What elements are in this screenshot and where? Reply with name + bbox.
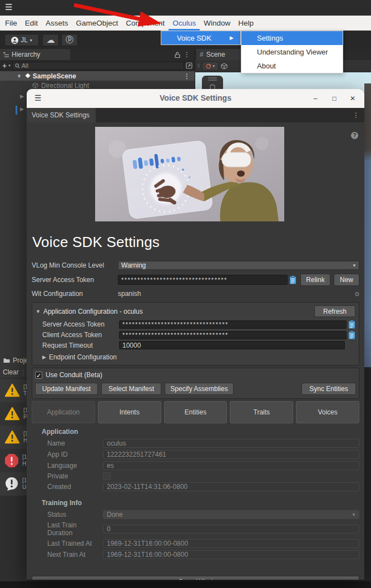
sync-entities-button[interactable]: Sync Entities xyxy=(301,383,356,395)
box-server-token-row: Server Access Token ********************… xyxy=(36,320,355,329)
box-server-token-input[interactable]: ********************************* xyxy=(119,320,347,329)
open-wit-button[interactable]: Open Wit.ai xyxy=(32,576,359,580)
scene-cube-icon[interactable] xyxy=(221,63,227,70)
tab-hierarchy-label: Hierarchy xyxy=(12,51,40,58)
token-mask: ********************************* xyxy=(121,276,227,283)
select-manifest-button[interactable]: Select Manifest xyxy=(101,383,161,395)
foldout-closed-icon[interactable]: ▶ xyxy=(20,106,24,112)
refresh-button[interactable]: Refresh xyxy=(314,305,355,317)
vlog-label: VLog Min Console Level xyxy=(32,261,118,269)
warning-icon xyxy=(4,383,20,398)
copy-clipboard-icon[interactable] xyxy=(348,330,355,339)
wit-config-value[interactable]: spanish xyxy=(118,290,355,298)
foldout-open-icon[interactable]: ▼ xyxy=(36,309,41,314)
menu-item-label: Settings xyxy=(257,34,283,42)
menu-oculus[interactable]: Oculus xyxy=(169,16,200,31)
tab-traits[interactable]: Traits xyxy=(230,401,293,423)
menu-edit[interactable]: Edit xyxy=(21,16,42,31)
app-menu-icon[interactable]: ☰ xyxy=(5,2,12,12)
tab-scene[interactable]: # Scene xyxy=(196,49,241,60)
minimize-button[interactable]: – xyxy=(311,94,320,103)
search-value: All xyxy=(22,62,28,69)
plastic-scm-icon: ⓟ xyxy=(66,35,73,45)
app-config-header[interactable]: ▼ Application Configuration - oculus Ref… xyxy=(36,305,355,317)
created-label: Created xyxy=(32,483,103,491)
palette-grip[interactable] xyxy=(208,77,217,78)
create-dropdown-icon[interactable]: ▾ xyxy=(8,63,11,68)
copy-clipboard-icon[interactable] xyxy=(348,320,355,329)
conduit-box: ✓ Use Conduit (Beta) Update Manifest Sel… xyxy=(32,368,359,399)
new-button[interactable]: New xyxy=(334,274,359,286)
status-row: Status Done ▼ xyxy=(32,510,359,519)
warning-icon xyxy=(4,430,20,444)
folder-icon xyxy=(3,358,10,363)
scene-kebab-icon[interactable]: ⋮ xyxy=(184,72,190,80)
vlog-level-select[interactable]: Warning ▼ xyxy=(118,261,359,270)
menu-component[interactable]: Component xyxy=(122,16,169,31)
object-picker-icon[interactable]: ⊙ xyxy=(355,291,359,297)
update-manifest-button[interactable]: Update Manifest xyxy=(35,383,98,395)
menu-window[interactable]: Window xyxy=(200,16,234,31)
name-row: Name oculus xyxy=(32,439,359,448)
menu-item-settings[interactable]: Settings xyxy=(241,31,343,45)
copy-clipboard-icon[interactable] xyxy=(289,275,296,284)
create-button[interactable]: + xyxy=(2,62,7,70)
menu-item-about[interactable]: About xyxy=(241,59,343,73)
voice-sdk-submenu: Settings Understanding Viewer About xyxy=(241,31,343,73)
endpoint-config-row[interactable]: ▶ Endpoint Configuration xyxy=(42,353,355,361)
gizmo-toggle-button[interactable]: ▾ xyxy=(202,62,219,71)
tab-voices[interactable]: Voices xyxy=(296,401,359,423)
menu-gameobject[interactable]: GameObject xyxy=(72,16,122,31)
window-popout-icon[interactable] xyxy=(186,62,192,69)
voice-sdk-settings-window: ☰ Voice SDK Settings – □ ✕ Voice SDK Set… xyxy=(27,89,364,580)
app-id-value: 1222232251727461 xyxy=(107,451,166,458)
gameobject-cube-icon xyxy=(32,82,38,88)
tab-hierarchy[interactable]: Hierarchy xyxy=(0,49,70,60)
help-icon[interactable]: ? xyxy=(351,132,358,139)
specify-assemblies-button[interactable]: Specify Assemblies xyxy=(165,383,234,395)
window-titlebar[interactable]: ☰ Voice SDK Settings – □ ✕ xyxy=(27,89,364,108)
tab-entities[interactable]: Entities xyxy=(164,401,227,423)
tab-kebab-icon[interactable]: ⋮ xyxy=(353,111,359,119)
menu-item-understanding-viewer[interactable]: Understanding Viewer xyxy=(241,45,343,59)
training-info-title: Training Info xyxy=(42,499,359,507)
tab-application[interactable]: Application xyxy=(32,401,95,423)
tab-intents[interactable]: Intents xyxy=(98,401,161,423)
menu-item-voice-sdk[interactable]: Voice SDK ▶ xyxy=(161,31,240,45)
endpoint-config-label: Endpoint Configuration xyxy=(49,353,117,361)
timeout-value: 10000 xyxy=(122,342,141,349)
hierarchy-row-samplescene[interactable]: ▼ ❖ SampleScene ⋮ xyxy=(0,71,195,81)
maximize-button[interactable]: □ xyxy=(330,94,339,103)
console-clear-button[interactable]: Clear xyxy=(3,368,19,376)
close-button[interactable]: ✕ xyxy=(348,94,357,103)
relink-button[interactable]: Relink xyxy=(300,274,330,286)
conduit-checkbox-row[interactable]: ✓ Use Conduit (Beta) xyxy=(35,371,356,379)
cloud-button[interactable]: ☁ xyxy=(42,34,59,46)
submenu-arrow-icon: ▶ xyxy=(230,35,234,41)
language-field: es xyxy=(103,461,359,470)
hierarchy-kebab-icon[interactable]: ⋮ xyxy=(184,51,190,58)
menu-file[interactable]: File xyxy=(1,16,21,31)
foldout-closed-icon[interactable]: ▶ xyxy=(20,93,24,99)
vlog-row: VLog Min Console Level Warning ▼ xyxy=(32,261,359,270)
server-token-input[interactable]: ********************************* xyxy=(118,275,288,285)
app-id-row: App ID 1222232251727461 xyxy=(32,450,359,459)
foldout-open-icon[interactable]: ▼ xyxy=(17,73,22,79)
version-control-button[interactable]: ⓟ xyxy=(61,34,78,46)
lock-icon[interactable] xyxy=(175,52,180,58)
private-checkbox xyxy=(103,472,111,480)
menu-help[interactable]: Help xyxy=(234,16,258,31)
account-button[interactable]: JL ▾ xyxy=(4,34,39,46)
timeout-input[interactable]: 10000 xyxy=(119,341,345,349)
person-icon xyxy=(12,38,17,43)
application-section-title: Application xyxy=(42,428,359,436)
conduit-checkbox[interactable]: ✓ xyxy=(35,372,42,379)
menu-assets[interactable]: Assets xyxy=(42,16,72,31)
tab-voice-sdk-settings[interactable]: Voice SDK Settings xyxy=(27,108,96,122)
box-client-token-input[interactable]: ********************************* xyxy=(119,331,347,339)
voice-sdk-hero-image xyxy=(95,127,284,221)
vlog-value: Warning xyxy=(121,261,146,269)
hierarchy-search-input[interactable]: All xyxy=(12,62,184,70)
toolbar-grip: ‖ xyxy=(197,63,200,69)
language-value: es xyxy=(107,462,114,470)
